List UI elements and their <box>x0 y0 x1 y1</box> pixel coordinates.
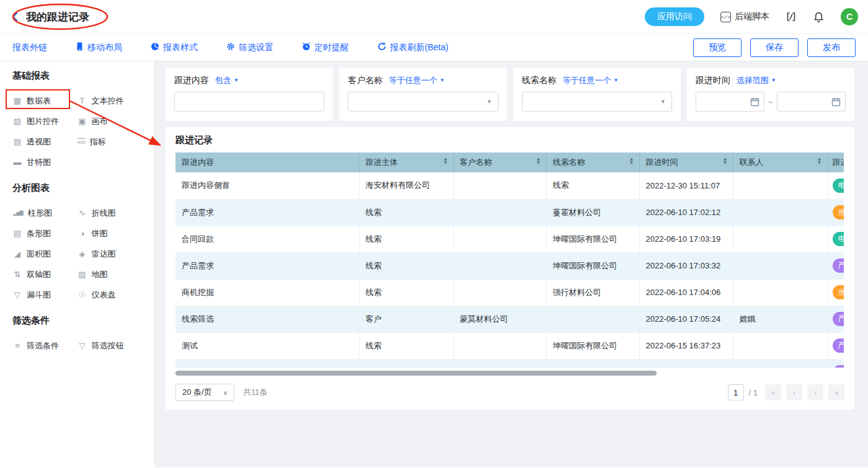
sidebar-item-radar-chart[interactable]: ◈雷达图 <box>78 244 143 264</box>
sidebar-item-canvas[interactable]: ▣画布 <box>78 111 143 131</box>
table-row[interactable]: 产品需求线索蔓霍材料公司2022-06-10 17:02:12当 <box>175 199 844 226</box>
prev-page-button[interactable]: ‹ <box>786 384 802 400</box>
sidebar-item-gauge[interactable]: ☉仪表盘 <box>78 285 143 305</box>
hbar-chart-icon: ▤ <box>12 229 22 238</box>
filter-content-input[interactable] <box>174 92 324 112</box>
publish-button[interactable]: 发布 <box>807 38 856 57</box>
toolbar-item-mobile-layout[interactable]: 移动布局 <box>76 42 122 53</box>
filter-operator-dropdown[interactable]: 选择范围 ▼ <box>737 75 776 86</box>
topbar-right: 应用访问 </> 后端脚本 C <box>645 7 858 26</box>
sidebar-item-funnel-chart[interactable]: ▽漏斗图 <box>12 285 78 305</box>
table-row[interactable]: 跟进内容侧首海安材料有限公司线索2022-12-30 15:11:07电 <box>175 172 844 199</box>
sidebar-item-data-table[interactable]: ▦数据表 <box>12 91 78 111</box>
sidebar-item-filter-button[interactable]: ▽筛选按钮 <box>78 335 143 356</box>
table-cell: 坤曜国际有限公司 <box>546 332 639 359</box>
table-cell <box>733 226 827 252</box>
table-row[interactable]: 商机挖掘线索强行材料公司2022-06-10 17:04:06当 <box>175 279 844 306</box>
filter-customer-select[interactable]: ▼ <box>348 92 498 112</box>
current-page-input[interactable]: 1 <box>728 384 744 400</box>
pivot-table-icon: ▤ <box>12 137 22 146</box>
sidebar-item-gantt[interactable]: ▬甘特图 <box>12 152 78 172</box>
sidebar-item-metric[interactable]: 400指标 <box>78 131 143 152</box>
pie-chart-icon: ◑ <box>78 229 87 238</box>
table-row[interactable]: 产品需求线索坤曜国际有限公司2022-06-10 17:03:32产 <box>175 252 844 279</box>
date-start-input[interactable] <box>696 92 764 112</box>
filter-operator-dropdown[interactable]: 包含 ▼ <box>215 75 239 86</box>
sidebar-grid: ≡筛选条件▽筛选按钮 <box>12 335 142 356</box>
sidebar-item-dual-axis-chart[interactable]: ⇅双轴图 <box>12 264 78 285</box>
column-label: 跟进时间 <box>646 157 678 167</box>
avatar[interactable]: C <box>841 8 858 25</box>
table-cell: 2022-12-30 15:11:07 <box>639 172 733 199</box>
table-cell <box>733 279 827 306</box>
page-title: 我的跟进记录 <box>26 10 89 24</box>
sidebar-item-text-widget[interactable]: T文本控件 <box>78 91 143 111</box>
table-cell <box>175 359 359 368</box>
sort-icon[interactable]: ▲▼ <box>629 157 634 164</box>
filter-operator-dropdown[interactable]: 等于任意一个 ▼ <box>563 75 619 86</box>
filter-header: 跟进内容 包含 ▼ <box>174 75 324 86</box>
chevron-down-icon: ∨ <box>223 389 228 396</box>
column-header-2[interactable]: 跟进主体▲▼ <box>359 152 453 172</box>
gear-icon <box>226 42 235 53</box>
sort-icon[interactable]: ▲▼ <box>817 157 822 164</box>
sidebar-item-map[interactable]: ▧地图 <box>78 264 143 285</box>
column-header-3[interactable]: 客户名称▲▼ <box>453 152 546 172</box>
toolbar-left: 报表外链 移动布局 报表样式 筛选设置 定时提醒 报表刷新(Beta) <box>12 42 448 53</box>
filter-operator-dropdown[interactable]: 等于任意一个 ▼ <box>389 75 445 86</box>
column-header-1[interactable]: 跟进内容 <box>175 152 359 172</box>
sort-icon[interactable]: ▲▼ <box>723 157 728 164</box>
column-header-5[interactable]: 跟进时间▲▼ <box>639 152 733 172</box>
table-cell: 2022-06-10 17:03:32 <box>639 252 733 279</box>
table-row[interactable]: 合同回款线索坤曜国际有限公司2022-06-10 17:03:19电 <box>175 226 844 252</box>
backend-script-button[interactable]: </> 后端脚本 <box>720 11 769 22</box>
date-range-separator: ~ <box>768 97 773 107</box>
table-cell <box>733 172 827 199</box>
sidebar-item-image-widget[interactable]: ▨图片控件 <box>12 111 78 131</box>
first-page-button[interactable]: « <box>765 384 781 400</box>
toolbar-item-external-link[interactable]: 报表外链 <box>12 42 47 53</box>
toolbar-item-filter-settings[interactable]: 筛选设置 <box>226 42 273 53</box>
sidebar-item-filter-condition[interactable]: ≡筛选条件 <box>12 335 78 356</box>
table-row[interactable]: 线索筛选客户蒙莫材料公司2022-06-10 17:05:24嫦娥产 <box>175 306 844 332</box>
backend-script-icon: </> <box>720 12 731 22</box>
column-header-4[interactable]: 线索名称▲▼ <box>546 152 639 172</box>
scrollbar-thumb[interactable] <box>175 371 657 376</box>
sidebar-item-hbar-chart[interactable]: ▤条形图 <box>12 223 78 244</box>
notification-bell-icon[interactable] <box>813 11 825 23</box>
column-header-6[interactable]: 联系人▲▼ <box>733 152 827 172</box>
toolbar-item-scheduled-reminder[interactable]: 定时提醒 <box>302 42 349 53</box>
last-page-button[interactable]: » <box>828 384 844 400</box>
save-button[interactable]: 保存 <box>750 38 799 57</box>
toolbar-item-report-refresh[interactable]: 报表刷新(Beta) <box>378 42 448 53</box>
column-header-7[interactable]: 跟进方式▲▼ <box>827 152 844 172</box>
page-size-select[interactable]: 20 条/页 ∨ <box>175 384 234 401</box>
panel-switch-icon[interactable] <box>786 11 797 22</box>
back-icon[interactable] <box>10 11 21 22</box>
preview-button[interactable]: 预览 <box>693 38 742 57</box>
sidebar-item-bar-chart[interactable]: ▂▅▇柱形图 <box>12 203 78 223</box>
toolbar-item-report-style[interactable]: 报表样式 <box>151 42 198 53</box>
table-cell: 当 <box>827 199 844 226</box>
sidebar-item-pivot-table[interactable]: ▤透视图 <box>12 131 78 152</box>
sidebar-item-area-chart[interactable]: ◢面积图 <box>12 244 78 264</box>
sidebar-item-line-chart[interactable]: ∿折线图 <box>78 203 143 223</box>
next-page-button[interactable]: › <box>807 384 823 400</box>
filter-lead-select[interactable]: ▼ <box>522 92 672 112</box>
sidebar-item-pie-chart[interactable]: ◑饼图 <box>78 223 143 244</box>
table-cell <box>546 306 639 332</box>
table-cell: 线索 <box>359 199 453 226</box>
sidebar-item-label: 透视图 <box>27 136 51 148</box>
filter-header: 客户名称 等于任意一个 ▼ <box>348 75 498 86</box>
table-cell: 产 <box>827 306 844 332</box>
backend-script-label: 后端脚本 <box>735 11 769 22</box>
sort-icon[interactable]: ▲▼ <box>443 157 448 164</box>
table-row[interactable]: 产 <box>175 359 844 368</box>
sidebar-item-label: 文本控件 <box>92 95 124 107</box>
table-row[interactable]: 测试线索坤曜国际有限公司2022-06-15 16:37:23产 <box>175 332 844 359</box>
caret-down-icon: ▼ <box>614 78 619 83</box>
date-end-input[interactable] <box>777 92 846 112</box>
sort-icon[interactable]: ▲▼ <box>536 157 541 164</box>
table-cell: 电 <box>827 172 844 199</box>
app-access-button[interactable]: 应用访问 <box>645 7 704 26</box>
